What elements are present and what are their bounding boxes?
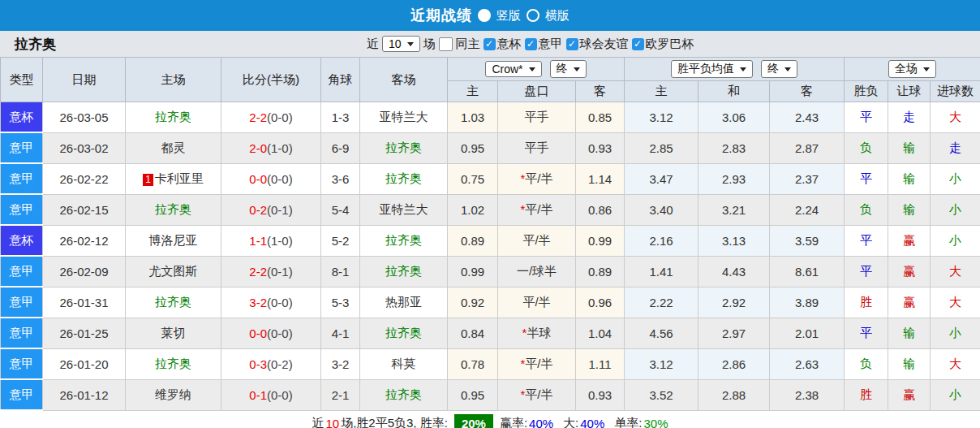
fulltime-select[interactable]: 全场 <box>888 60 936 78</box>
handicap-odds-away-cell: 1.04 <box>576 318 625 348</box>
handicap-line-cell: *平/半 <box>498 194 576 225</box>
recent-label: 近 <box>367 37 379 52</box>
handicap-odds-home-cell: 0.95 <box>448 132 498 163</box>
recent-count-select[interactable]: 10 <box>382 36 420 52</box>
goals-result-cell: 小 <box>931 318 980 348</box>
handicap-odds-home-cell: 1.03 <box>448 102 498 133</box>
avg-win-odds-cell: 1.41 <box>625 256 698 287</box>
results-table-body: 意杯26-03-05拉齐奥2-2(0-0)1-3亚特兰大1.03平手0.853.… <box>1 102 980 411</box>
col-header-away: 客场 <box>360 58 448 102</box>
yellow-card-count-badge: 1 <box>143 174 153 186</box>
away-team-cell: 亚特兰大 <box>360 102 448 133</box>
handicap-change-star: * <box>520 202 525 216</box>
table-row: 意杯26-02-12博洛尼亚1-1(1-0)5-2拉齐奥0.89平/半0.992… <box>1 225 980 256</box>
chevron-down-icon <box>740 67 746 71</box>
cup-checkbox[interactable]: ✓ <box>484 38 496 50</box>
handicap-line-cell: *平/半 <box>498 348 576 379</box>
avg-win-odds-cell: 2.16 <box>625 225 698 256</box>
bookmaker-select[interactable]: Crow* <box>485 61 541 77</box>
cup-checkbox-label[interactable]: 意杯 <box>497 37 522 52</box>
goals-result-cell: 大 <box>931 348 980 379</box>
handicap-odds-away-cell: 0.93 <box>576 132 625 163</box>
date-cell: 26-01-12 <box>43 379 126 410</box>
score-cell: 2-2(0-1) <box>221 256 321 287</box>
odds-group-header: Crow* 终 <box>448 58 625 81</box>
goals-result-cell: 小 <box>931 194 980 225</box>
vertical-radio[interactable] <box>478 9 491 22</box>
vertical-radio-label[interactable]: 竖版 <box>496 8 521 24</box>
handicap-odds-away-cell: 0.99 <box>576 225 625 256</box>
avg-win-odds-cell: 2.22 <box>625 287 698 318</box>
result-cell: 平 <box>845 256 888 287</box>
handicap-result-cell: 赢 <box>888 287 931 318</box>
goals-result-cell: 小 <box>931 379 980 410</box>
summary-text: 场,胜2平5负3, 胜率: <box>341 416 448 428</box>
avg-lose-odds-cell: 3.89 <box>770 287 845 318</box>
date-cell: 26-01-31 <box>43 287 126 318</box>
handicap-odds-away-cell: 0.85 <box>576 102 625 133</box>
odd-rate-label: 单率: <box>614 416 642 428</box>
handicap-change-star: * <box>520 387 525 401</box>
competition-filter-europa: ✓ 欧罗巴杯 <box>632 37 694 52</box>
home-team-cell: 博洛尼亚 <box>126 225 221 256</box>
same-home-label[interactable]: 同主 <box>456 37 480 52</box>
handicap-odds-home-cell: 0.75 <box>448 163 498 194</box>
odds-time-select[interactable]: 终 <box>550 60 587 78</box>
league-badge: 意甲 <box>1 132 43 163</box>
same-home-checkbox[interactable] <box>439 37 453 51</box>
handicap-line-cell: 平/半 <box>498 287 576 318</box>
table-row: 意甲26-01-12维罗纳0-1(0-0)2-1拉齐奥0.95*平/半0.933… <box>1 379 980 410</box>
corner-cell: 3-2 <box>321 348 360 379</box>
avg-group-header: 胜平负均值 终 <box>625 58 845 81</box>
league-badge: 意杯 <box>1 225 43 256</box>
home-team-cell: 拉齐奥 <box>126 287 221 318</box>
avg-time-select[interactable]: 终 <box>761 60 797 78</box>
table-row: 意甲26-01-20拉齐奥0-3(0-2)3-2科莫0.78*平/半1.113.… <box>1 348 980 379</box>
avg-odds-select[interactable]: 胜平负均值 <box>671 60 753 78</box>
competition-filter-seriea: ✓ 意甲 <box>525 37 563 52</box>
handicap-line-cell: 平/半 <box>498 225 576 256</box>
date-cell: 26-03-02 <box>43 132 126 163</box>
table-row: 意甲26-03-02都灵2-0(1-0)6-9拉齐奥0.95平手0.932.85… <box>1 132 980 163</box>
win-rate-badge: 20% <box>454 414 493 428</box>
date-cell: 26-02-09 <box>43 256 126 287</box>
subheader-avg-win: 主 <box>625 81 698 102</box>
score-cell: 0-0(0-0) <box>221 318 321 348</box>
fulltime-group-header: 全场 <box>845 58 980 81</box>
col-header-score: 比分(半场) <box>221 58 321 102</box>
avg-draw-odds-cell: 2.83 <box>698 132 770 163</box>
handicap-odds-home-cell: 0.89 <box>448 225 498 256</box>
handicap-result-cell: 赢 <box>888 225 931 256</box>
europa-checkbox[interactable]: ✓ <box>632 38 644 50</box>
away-team-cell: 拉齐奥 <box>360 256 448 287</box>
avg-lose-odds-cell: 2.38 <box>770 379 845 410</box>
result-cell: 平 <box>845 102 888 133</box>
handicap-odds-away-cell: 0.89 <box>576 256 625 287</box>
handicap-line-cell: 平手 <box>498 132 576 163</box>
league-badge: 意甲 <box>1 348 43 379</box>
horizontal-radio-label[interactable]: 横版 <box>545 8 570 24</box>
handicap-odds-home-cell: 1.02 <box>448 194 498 225</box>
table-row: 意甲26-02-09尤文图斯2-2(0-1)8-1拉齐奥0.99一/球半0.89… <box>1 256 980 287</box>
corner-cell: 8-1 <box>321 256 360 287</box>
seriea-checkbox[interactable]: ✓ <box>525 38 537 50</box>
subheader-goals: 进球数 <box>931 81 980 102</box>
chevron-down-icon <box>407 42 414 46</box>
friendly-checkbox-label[interactable]: 球会友谊 <box>580 37 629 52</box>
home-team-cell: 都灵 <box>126 132 221 163</box>
league-badge: 意甲 <box>1 318 43 348</box>
horizontal-radio[interactable] <box>527 9 539 22</box>
team-name: 拉齐奥 <box>0 35 56 54</box>
seriea-checkbox-label[interactable]: 意甲 <box>539 37 563 52</box>
handicap-odds-home-cell: 0.78 <box>448 348 498 379</box>
subheader-handicap: 盘口 <box>498 81 576 102</box>
avg-win-odds-cell: 3.47 <box>625 163 698 194</box>
handicap-result-cell: 走 <box>888 102 931 133</box>
handicap-odds-away-cell: 0.86 <box>576 194 625 225</box>
avg-win-odds-cell: 2.85 <box>625 132 698 163</box>
europa-checkbox-label[interactable]: 欧罗巴杯 <box>646 37 694 52</box>
avg-win-odds-cell: 3.52 <box>625 379 698 410</box>
corner-cell: 5-3 <box>321 287 360 318</box>
friendly-checkbox[interactable]: ✓ <box>566 38 578 50</box>
score-cell: 0-2(0-1) <box>221 194 321 225</box>
